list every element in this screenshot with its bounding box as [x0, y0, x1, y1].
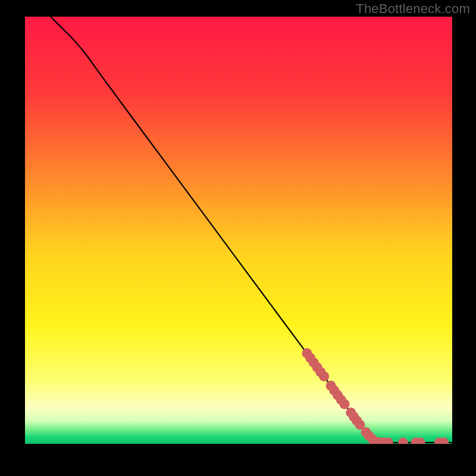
data-point — [319, 371, 329, 381]
chart-svg — [25, 17, 452, 444]
gradient-background — [25, 17, 452, 444]
watermark-text: TheBottleneck.com — [356, 1, 470, 17]
data-point — [340, 399, 350, 409]
plot-area — [25, 17, 452, 444]
chart-frame: TheBottleneck.com — [0, 0, 476, 476]
